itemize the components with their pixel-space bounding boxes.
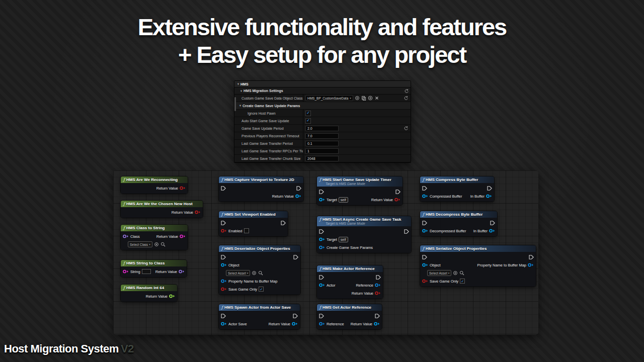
class-picker-dropdown[interactable]: HMS_BP_CustomSaveData▾	[305, 95, 353, 101]
clear-icon[interactable]	[374, 96, 379, 101]
number-input[interactable]: 2048	[305, 156, 339, 161]
string-pin[interactable]	[180, 234, 186, 238]
exec-pin[interactable]	[319, 229, 324, 234]
hms-start-async-create-game-save-task[interactable]: ƒHMS Start Async Create Game Save TaskTa…	[317, 216, 411, 253]
reset-icon[interactable]	[404, 126, 409, 131]
number-input[interactable]: 2.0	[305, 126, 339, 131]
reset-icon[interactable]	[404, 88, 409, 94]
struct-pin[interactable]	[221, 279, 227, 283]
node-header[interactable]: ƒHMS Start Async Create Game Save TaskTa…	[317, 216, 411, 226]
node-header[interactable]: ƒHMS Serialize Object Properties	[420, 245, 536, 252]
exec-pin[interactable]	[319, 190, 324, 194]
blueprint-graph[interactable]: ƒHMS Are We ReconnectingReturn ValueƒHMS…	[113, 170, 538, 335]
exec-pin[interactable]	[221, 314, 226, 318]
exec-pin[interactable]	[490, 221, 495, 225]
exec-pin[interactable]	[395, 190, 400, 194]
node-header[interactable]: ƒHMS Deserialize Object Properties	[219, 245, 300, 252]
exec-pin[interactable]	[293, 314, 298, 318]
hms-decompress-byte-buffer[interactable]: ƒHMS Decompress Byte BufferDecompressed …	[420, 211, 497, 236]
bool-pin[interactable]	[394, 198, 400, 202]
exec-pin[interactable]	[281, 221, 286, 225]
hms-are-we-the-chosen-new-host[interactable]: ƒHMS Are We the Chosen New HostReturn Va…	[121, 201, 203, 218]
scrollbar-thumb[interactable]	[234, 97, 236, 111]
node-header[interactable]: ƒHMS Spawn Actor from Actor Save	[219, 304, 300, 311]
use-selected-icon[interactable]	[453, 270, 458, 276]
chevron-down-icon[interactable]: ▾	[239, 104, 241, 107]
exec-pin[interactable]	[376, 275, 381, 280]
hms-compress-byte-buffer[interactable]: ƒHMS Compress Byte BufferCompressed Buff…	[420, 176, 494, 202]
bool-pin[interactable]	[375, 291, 381, 295]
bytes-pin[interactable]	[489, 229, 495, 233]
use-selected-icon[interactable]	[355, 96, 360, 101]
node-header[interactable]: ƒHMS Get Actor Reference	[317, 304, 382, 311]
exec-pin[interactable]	[296, 186, 301, 191]
hms-get-actor-reference[interactable]: ƒHMS Get Actor ReferenceReferenceReturn …	[317, 304, 382, 329]
exec-pin[interactable]	[221, 221, 226, 225]
node-header[interactable]: ƒHMS Random Int 64	[121, 285, 177, 291]
bytes-pin[interactable]	[422, 194, 428, 198]
exec-pin[interactable]	[422, 255, 427, 259]
hms-spawn-actor-from-actor-save[interactable]: ƒHMS Spawn Actor from Actor SaveActor Sa…	[219, 304, 300, 329]
exec-pin[interactable]	[375, 314, 380, 318]
node-header[interactable]: ƒHMS Compress Byte Buffer	[420, 176, 494, 183]
bytes-pin[interactable]	[422, 229, 428, 233]
object-pin[interactable]	[295, 194, 301, 198]
magnifier-icon[interactable]	[160, 242, 166, 247]
exec-pin[interactable]	[293, 255, 298, 259]
node-header[interactable]: ƒHMS Start Game Save Update TimerTarget …	[317, 176, 403, 187]
exec-pin[interactable]	[422, 221, 427, 225]
node-header[interactable]: ƒHMS Are We Reconnecting	[121, 176, 188, 183]
bool-pin[interactable]	[221, 287, 227, 291]
struct-pin[interactable]	[375, 283, 381, 287]
node-header[interactable]: ƒHMS Decompress Byte Buffer	[420, 211, 497, 218]
bool-pin[interactable]	[180, 186, 186, 190]
hms-random-int-64[interactable]: ƒHMS Random Int 64Return Value	[121, 285, 177, 302]
checkbox[interactable]: ✓	[305, 111, 311, 116]
number-input[interactable]: 1	[305, 148, 339, 154]
chevron-down-icon[interactable]: ▾	[237, 82, 239, 85]
plus-icon[interactable]	[368, 96, 373, 101]
settings-section-header[interactable]: ▾ HMS Migration Settings	[234, 87, 411, 95]
hms-make-actor-reference[interactable]: ƒHMS Make Actor ReferenceActorReferenceR…	[317, 265, 383, 299]
magnifier-icon[interactable]	[258, 270, 263, 276]
hms-deserialize-object-properties[interactable]: ƒHMS Deserialize Object PropertiesObject…	[219, 245, 300, 295]
struct-pin[interactable]	[319, 245, 325, 249]
object-pin[interactable]	[319, 237, 325, 241]
use-selected-icon[interactable]	[252, 270, 257, 276]
text-input[interactable]	[142, 269, 151, 274]
chevron-down-icon[interactable]: ▾	[240, 89, 242, 93]
use-selected-icon[interactable]	[154, 242, 159, 247]
node-header[interactable]: ƒHMS Class to String	[121, 225, 188, 231]
object-pin[interactable]	[374, 322, 380, 326]
object-pin[interactable]	[319, 283, 325, 287]
magnifier-icon[interactable]	[459, 270, 464, 276]
struct-pin[interactable]	[319, 322, 325, 326]
settings-root-category[interactable]: ▾ HMS	[234, 81, 411, 87]
hms-serialize-object-properties[interactable]: ƒHMS Serialize Object PropertiesObjectPr…	[420, 245, 536, 287]
exec-pin[interactable]	[221, 186, 226, 191]
struct-pin[interactable]	[528, 263, 534, 267]
bool-pin[interactable]	[195, 210, 201, 214]
node-header[interactable]: ƒHMS String to Class	[121, 260, 187, 266]
hms-class-to-string[interactable]: ƒHMS Class to StringClassReturn ValueSel…	[121, 225, 188, 250]
object-pin[interactable]	[292, 322, 298, 326]
class-pin[interactable]	[179, 269, 185, 274]
bool-pin[interactable]	[422, 279, 428, 283]
bool-pin[interactable]	[221, 229, 227, 233]
node-header[interactable]: ƒHMS Capture Viewport to Texture 2D	[219, 176, 303, 183]
checkbox[interactable]	[244, 228, 249, 233]
object-pin[interactable]	[221, 322, 227, 326]
hms-start-game-save-update-timer[interactable]: ƒHMS Start Game Save Update TimerTarget …	[317, 176, 403, 205]
object-pin[interactable]	[319, 198, 325, 202]
asset-picker-dropdown[interactable]: Select Class▾	[128, 241, 152, 247]
string-pin[interactable]	[123, 269, 129, 274]
int64-pin[interactable]	[169, 294, 175, 298]
object-pin[interactable]	[221, 263, 227, 267]
settings-category-row[interactable]: ▾Create Game Save Update Params	[234, 102, 411, 110]
exec-pin[interactable]	[487, 186, 492, 191]
bytes-pin[interactable]	[486, 194, 492, 198]
exec-pin[interactable]	[319, 314, 324, 318]
exec-pin[interactable]	[529, 255, 534, 259]
hms-capture-viewport-to-texture-2d[interactable]: ƒHMS Capture Viewport to Texture 2DRetur…	[219, 176, 303, 202]
checkbox[interactable]: ✓	[460, 279, 465, 284]
